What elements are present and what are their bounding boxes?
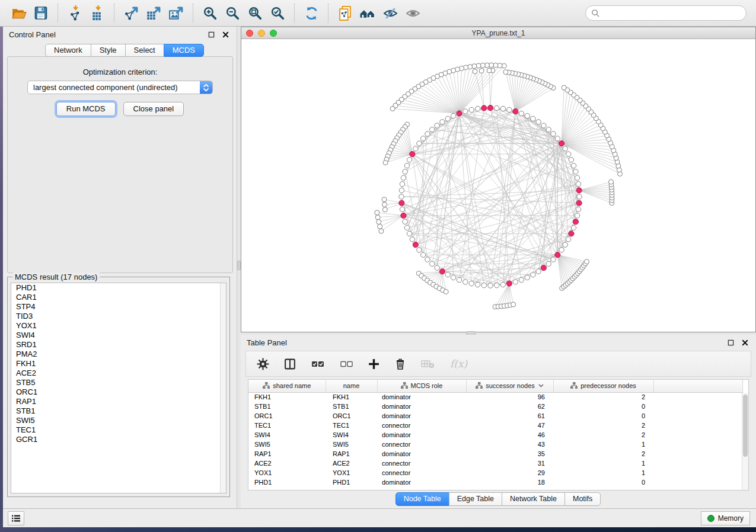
memory-button[interactable]: Memory xyxy=(701,511,750,525)
refresh-view-button[interactable] xyxy=(301,3,321,23)
table-cell[interactable]: PHD1 xyxy=(326,477,377,487)
table-cell[interactable]: YOX1 xyxy=(326,468,377,477)
mcds-result-item[interactable]: STB5 xyxy=(11,378,226,387)
mcds-result-item[interactable]: TID3 xyxy=(11,312,226,321)
table-cell[interactable]: dominator xyxy=(377,449,466,459)
column-header-successor-nodes[interactable]: successor nodes xyxy=(466,380,553,392)
deselect-all-rows-button[interactable] xyxy=(339,358,353,370)
table-row[interactable]: SWI5SWI5connector431 xyxy=(248,440,742,449)
table-row[interactable]: TEC1TEC1connector472 xyxy=(248,421,742,430)
close-mcds-panel-button[interactable]: Close panel xyxy=(123,102,184,116)
table-cell[interactable]: ORC1 xyxy=(248,411,326,421)
table-cell[interactable]: TEC1 xyxy=(326,421,377,430)
table-row[interactable]: ACE2ACE2connector311 xyxy=(248,459,742,468)
tab-node-table[interactable]: Node Table xyxy=(395,492,449,506)
table-cell[interactable]: FKH1 xyxy=(326,392,377,402)
table-row[interactable]: SWI4SWI4dominator462 xyxy=(248,430,742,440)
mcds-result-item[interactable]: RAP1 xyxy=(11,397,226,406)
mcds-list-scrollbar[interactable] xyxy=(220,283,226,493)
table-cell[interactable]: 1 xyxy=(553,459,653,468)
new-network-from-selection-button[interactable] xyxy=(335,3,355,23)
table-cell[interactable]: 96 xyxy=(466,392,553,402)
run-mcds-button[interactable]: Run MCDS xyxy=(56,102,116,116)
mcds-result-item[interactable]: PMA2 xyxy=(11,350,226,359)
table-cell[interactable]: ACE2 xyxy=(248,459,326,468)
mcds-result-item[interactable]: FKH1 xyxy=(11,359,226,368)
delete-column-button[interactable] xyxy=(394,358,406,370)
mcds-result-item[interactable]: CAR1 xyxy=(11,293,226,302)
table-cell[interactable]: STB1 xyxy=(326,402,377,411)
mcds-result-item[interactable]: SWI4 xyxy=(11,331,226,340)
add-column-button[interactable] xyxy=(368,358,380,370)
import-network-button[interactable] xyxy=(65,3,85,23)
table-cell[interactable]: 0 xyxy=(553,477,653,487)
table-cell[interactable]: dominator xyxy=(377,411,466,421)
export-network-button[interactable] xyxy=(121,3,141,23)
table-cell[interactable]: 47 xyxy=(466,421,553,430)
table-cell[interactable]: TEC1 xyxy=(248,421,326,430)
mcds-result-item[interactable]: TEC1 xyxy=(11,425,226,435)
table-cell[interactable]: 0 xyxy=(553,402,653,411)
hide-selected-button[interactable] xyxy=(380,3,400,23)
zoom-out-button[interactable] xyxy=(222,3,243,23)
table-cell[interactable]: YOX1 xyxy=(248,468,326,477)
table-cell[interactable]: SWI4 xyxy=(248,430,326,440)
mcds-result-item[interactable]: STP4 xyxy=(11,302,226,312)
mcds-result-item[interactable]: ORC1 xyxy=(11,387,226,397)
select-all-rows-button[interactable] xyxy=(311,358,325,370)
table-cell[interactable]: PHD1 xyxy=(248,477,326,487)
table-cell[interactable]: dominator xyxy=(377,392,466,402)
table-cell[interactable]: 2 xyxy=(553,430,653,440)
table-cell[interactable]: 0 xyxy=(553,411,653,421)
mcds-result-item[interactable]: STB1 xyxy=(11,406,226,416)
column-selector-button[interactable] xyxy=(283,358,296,370)
mcds-result-item[interactable]: YOX1 xyxy=(11,321,226,331)
tab-edge-table[interactable]: Edge Table xyxy=(449,492,502,506)
table-cell[interactable]: connector xyxy=(377,468,466,477)
zoom-fit-button[interactable] xyxy=(245,3,265,23)
table-cell[interactable]: 1 xyxy=(553,440,653,449)
zoom-in-button[interactable] xyxy=(200,3,220,23)
table-cell[interactable]: SWI4 xyxy=(326,430,377,440)
optimization-criterion-select[interactable]: largest connected component (undirected) xyxy=(27,81,213,94)
table-cell[interactable]: connector xyxy=(377,440,466,449)
table-cell[interactable]: SWI5 xyxy=(248,440,326,449)
column-header-predecessor-nodes[interactable]: predecessor nodes xyxy=(553,380,653,392)
mcds-result-item[interactable]: SRD1 xyxy=(11,340,226,350)
table-row[interactable]: YOX1YOX1connector291 xyxy=(248,468,742,477)
table-cell[interactable]: 31 xyxy=(466,459,553,468)
tab-select[interactable]: Select xyxy=(125,44,164,57)
table-cell[interactable]: connector xyxy=(377,421,466,430)
column-header-name[interactable]: name xyxy=(326,380,377,392)
export-table-button[interactable] xyxy=(143,3,164,23)
table-row[interactable]: RAP1RAP1dominator352 xyxy=(248,449,742,459)
table-cell[interactable]: dominator xyxy=(377,430,466,440)
import-table-button[interactable] xyxy=(87,3,107,23)
table-scrollbar[interactable] xyxy=(742,393,748,490)
tab-motifs[interactable]: Motifs xyxy=(564,492,601,506)
table-cell[interactable]: 61 xyxy=(466,411,553,421)
close-table-panel-button[interactable] xyxy=(739,338,750,347)
tab-style[interactable]: Style xyxy=(91,44,126,57)
table-cell[interactable]: FKH1 xyxy=(248,392,326,402)
table-cell[interactable]: SWI5 xyxy=(326,440,377,449)
tab-mcds[interactable]: MCDS xyxy=(164,44,204,57)
show-all-button[interactable] xyxy=(403,3,423,23)
mcds-result-item[interactable]: PHD1 xyxy=(11,283,226,293)
table-scrollbar-thumb[interactable] xyxy=(743,395,748,457)
table-cell[interactable]: connector xyxy=(377,459,466,468)
network-graph[interactable] xyxy=(241,39,755,332)
table-cell[interactable]: 2 xyxy=(553,421,653,430)
tab-network[interactable]: Network xyxy=(45,44,91,57)
close-panel-button[interactable] xyxy=(220,30,231,39)
export-image-button[interactable] xyxy=(166,3,186,23)
column-header-shared-name[interactable]: shared name xyxy=(248,380,326,392)
mcds-result-item[interactable]: GCR1 xyxy=(11,435,226,444)
table-row[interactable]: STB1STB1dominator620 xyxy=(248,402,742,411)
search-box[interactable] xyxy=(585,5,747,21)
table-cell[interactable]: ORC1 xyxy=(326,411,377,421)
tab-network-table[interactable]: Network Table xyxy=(502,492,565,506)
table-cell[interactable]: 2 xyxy=(553,449,653,459)
network-canvas[interactable] xyxy=(241,39,755,332)
first-neighbors-button[interactable] xyxy=(358,3,378,23)
